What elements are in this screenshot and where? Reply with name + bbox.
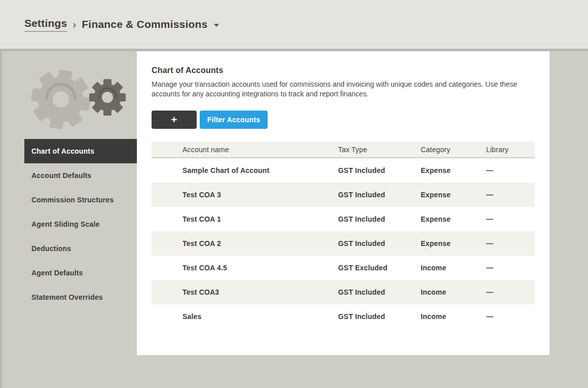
table-header-row: Account name Tax Type Category Library xyxy=(152,142,535,158)
cell-account-name: Sample Chart of Account xyxy=(152,166,338,174)
cell-account-name: Test COA3 xyxy=(152,288,338,296)
sidebar-item-label: Account Defaults xyxy=(31,171,91,180)
cell-category: Expense xyxy=(421,191,486,199)
breadcrumb-settings-link[interactable]: Settings xyxy=(24,17,67,32)
cell-account-name: Test COA 4.5 xyxy=(152,264,338,272)
page-title: Chart of Accounts xyxy=(152,66,535,75)
cell-tax-type: GST Included xyxy=(338,312,421,321)
cell-account-name: Sales xyxy=(152,312,338,321)
sidebar-item-agent-sliding-scale[interactable]: Agent Sliding Scale xyxy=(24,212,137,236)
cell-category: Income xyxy=(421,288,486,296)
table-row[interactable]: Test COA 1 GST Included Expense — xyxy=(152,207,535,231)
table-row[interactable]: Test COA 3 GST Included Expense — xyxy=(152,183,535,207)
toolbar: + Filter Accounts xyxy=(152,111,535,129)
cell-category: Income xyxy=(421,264,486,272)
cell-tax-type: GST Included xyxy=(338,215,421,223)
gear-small-icon xyxy=(89,79,126,116)
table-row[interactable]: Test COA3 GST Included Income — xyxy=(152,280,535,304)
column-header-tax-type: Tax Type xyxy=(338,146,421,154)
cell-tax-type: GST Included xyxy=(338,191,421,199)
cell-account-name: Test COA 2 xyxy=(152,239,338,248)
column-header-account-name: Account name xyxy=(152,146,338,154)
breadcrumb: Settings › Finance & Commissions xyxy=(24,0,219,49)
cell-library: — xyxy=(486,264,535,272)
sidebar-item-label: Deductions xyxy=(31,244,71,253)
table-row[interactable]: Test COA 4.5 GST Excluded Income — xyxy=(152,256,535,280)
chevron-down-icon[interactable] xyxy=(214,24,219,27)
cell-library: — xyxy=(486,312,535,321)
accounts-table: Account name Tax Type Category Library S… xyxy=(152,142,535,329)
cell-library: — xyxy=(486,215,535,223)
breadcrumb-current-label: Finance & Commissions xyxy=(82,18,207,30)
sidebar-item-statement-overrides[interactable]: Statement Overrides xyxy=(24,285,137,309)
main-content-card: Chart of Accounts Manage your transactio… xyxy=(137,49,549,355)
sidebar-item-chart-of-accounts[interactable]: Chart of Accounts xyxy=(24,139,137,163)
cell-tax-type: GST Included xyxy=(338,288,421,296)
add-account-button[interactable]: + xyxy=(152,111,197,129)
cell-library: — xyxy=(486,191,535,199)
cell-category: Expense xyxy=(421,239,486,248)
cell-library: — xyxy=(486,166,535,174)
sidebar-item-account-defaults[interactable]: Account Defaults xyxy=(24,163,137,188)
sidebar-item-agent-defaults[interactable]: Agent Defaults xyxy=(24,261,137,285)
cell-account-name: Test COA 1 xyxy=(152,215,338,223)
settings-gears-illustration xyxy=(24,57,133,138)
sidebar-item-label: Chart of Accounts xyxy=(31,147,94,155)
cell-category: Income xyxy=(421,312,486,321)
sidebar-item-label: Agent Sliding Scale xyxy=(31,220,100,228)
cell-library: — xyxy=(486,288,535,296)
cell-tax-type: GST Included xyxy=(338,239,421,248)
left-edge-shadow xyxy=(0,51,3,388)
sidebar-item-label: Statement Overrides xyxy=(31,293,103,301)
table-row[interactable]: Sales GST Included Income — xyxy=(152,304,535,329)
table-row[interactable]: Test COA 2 GST Included Expense — xyxy=(152,231,535,256)
filter-accounts-button[interactable]: Filter Accounts xyxy=(200,111,268,129)
top-header-bar: Settings › Finance & Commissions xyxy=(0,0,588,51)
cell-category: Expense xyxy=(421,215,486,223)
column-header-library: Library xyxy=(486,146,535,154)
gears-icon xyxy=(24,57,133,138)
table-row[interactable]: Sample Chart of Account GST Included Exp… xyxy=(152,158,535,183)
cell-tax-type: GST Included xyxy=(338,166,421,174)
column-header-category: Category xyxy=(421,146,486,154)
page-description: Manage your transaction accounts used fo… xyxy=(152,80,531,99)
cell-library: — xyxy=(486,239,535,248)
gear-large-icon xyxy=(31,69,91,130)
plus-icon: + xyxy=(171,114,177,125)
sidebar-item-deductions[interactable]: Deductions xyxy=(24,236,137,261)
cell-category: Expense xyxy=(421,166,486,174)
breadcrumb-separator: › xyxy=(72,19,76,30)
sidebar-item-commission-structures[interactable]: Commission Structures xyxy=(24,188,137,212)
sidebar-item-label: Commission Structures xyxy=(31,196,114,204)
sidebar-item-label: Agent Defaults xyxy=(31,269,83,277)
breadcrumb-current-dropdown[interactable]: Finance & Commissions xyxy=(82,18,219,30)
cell-account-name: Test COA 3 xyxy=(152,191,338,199)
cell-tax-type: GST Excluded xyxy=(338,264,421,272)
settings-sidebar-nav: Chart of Accounts Account Defaults Commi… xyxy=(24,139,137,309)
